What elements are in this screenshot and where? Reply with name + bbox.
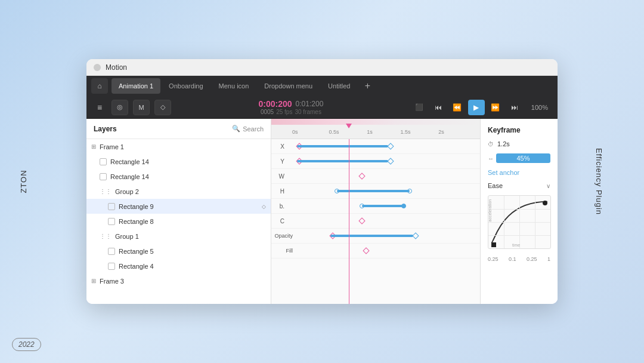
keyframe-diamond-end[interactable] bbox=[413, 232, 419, 239]
add-tab-button[interactable]: + bbox=[361, 79, 374, 93]
keyframe-diamond[interactable] bbox=[359, 173, 366, 179]
layer-rect8[interactable]: Rectangle 8 bbox=[86, 214, 271, 229]
timecode-sub: 0005 bbox=[261, 109, 274, 115]
track-w: W bbox=[271, 169, 480, 184]
set-anchor-link[interactable]: Set anchor bbox=[488, 169, 550, 176]
track-label-w: W bbox=[271, 173, 289, 180]
side-text-right: Efficiency Plugin bbox=[594, 148, 603, 215]
track-content-x[interactable] bbox=[289, 139, 480, 153]
track-content-c[interactable] bbox=[289, 214, 480, 228]
skip-back-button[interactable]: ⏮ bbox=[430, 100, 447, 115]
side-text-left: ZTON bbox=[19, 170, 28, 193]
step-fwd-button[interactable]: ⏩ bbox=[487, 100, 504, 115]
layer-rect5[interactable]: Rectangle 5 bbox=[86, 244, 271, 259]
track-content-w[interactable] bbox=[289, 169, 480, 183]
layer-checkbox[interactable] bbox=[108, 218, 115, 225]
layer-rect14-2[interactable]: Rectangle 14 bbox=[86, 169, 271, 184]
track-bar-y bbox=[297, 160, 389, 162]
keyframe-dot-end[interactable] bbox=[407, 189, 412, 193]
ease-control-point-end[interactable] bbox=[543, 201, 547, 205]
track-label-c: C bbox=[271, 218, 289, 224]
track-label-x: X bbox=[271, 143, 289, 150]
frame-icon: ⊞ bbox=[91, 143, 96, 150]
ease-axis-label: acceleration bbox=[488, 199, 492, 222]
layer-group2[interactable]: ⋮⋮ Group 2 bbox=[86, 184, 271, 199]
track-y: Y bbox=[271, 154, 480, 169]
timeline-area: 0s 0.5s 1s 1.5s 2s X bbox=[271, 119, 480, 304]
keyframe-diamond[interactable] bbox=[359, 217, 366, 224]
menu-icon[interactable]: ≡ bbox=[92, 103, 107, 112]
layer-rect9[interactable]: Rectangle 9 ◇ bbox=[86, 199, 271, 214]
playhead-line bbox=[349, 139, 349, 304]
keyframe-panel: Keyframe ⏱ 1.2s ↔ Set anchor Ease ∨ bbox=[480, 119, 558, 304]
tab-onboarding[interactable]: Onboarding bbox=[162, 78, 210, 94]
search-button[interactable]: 🔍 Search bbox=[232, 125, 264, 133]
keyframe-diamond-end[interactable] bbox=[388, 158, 394, 164]
track-label-y: Y bbox=[271, 158, 289, 165]
layer-checkbox[interactable] bbox=[108, 263, 115, 270]
layer-name: Frame 3 bbox=[100, 278, 266, 285]
timeline-tracks: X Y bbox=[271, 139, 480, 304]
app-window: Motion ⌂ Animation 1 Onboarding Menu ico… bbox=[86, 59, 558, 304]
play-button[interactable]: ▶ bbox=[468, 100, 485, 115]
keyframe-diamond[interactable] bbox=[363, 247, 369, 254]
track-bar-opacity bbox=[330, 235, 414, 237]
diamond-tool-button[interactable]: ◇ bbox=[154, 100, 171, 115]
transport-controls: ⬛ ⏮ ⏪ ▶ ⏩ ⏭ bbox=[411, 100, 523, 115]
track-content-h[interactable] bbox=[289, 184, 480, 198]
fps-label: 25 fps bbox=[276, 109, 292, 115]
ease-val-1: 0.1 bbox=[509, 256, 516, 262]
track-fill: Fill bbox=[271, 244, 480, 259]
keyframe-value-row: ↔ bbox=[488, 153, 550, 163]
keyframe-panel-title: Keyframe bbox=[488, 126, 550, 134]
ease-control-point-start[interactable] bbox=[491, 242, 496, 247]
track-content-opacity[interactable] bbox=[295, 229, 480, 243]
layer-rect14-1[interactable]: Rectangle 14 bbox=[86, 154, 271, 169]
layer-rect4[interactable]: Rectangle 4 bbox=[86, 259, 271, 273]
layers-title: Layers bbox=[94, 125, 117, 133]
layer-frame3[interactable]: ⊞ Frame 3 bbox=[86, 273, 271, 288]
layers-panel: Layers 🔍 Search ⊞ Frame 1 Rectangle 14 R… bbox=[86, 119, 271, 304]
window-title: Motion bbox=[106, 63, 550, 72]
track-content-b[interactable] bbox=[289, 199, 480, 213]
zoom-display[interactable]: 100% bbox=[528, 104, 552, 111]
m-tool-button[interactable]: M bbox=[133, 100, 150, 115]
keyframe-diamond-end[interactable] bbox=[388, 143, 394, 149]
frame-button[interactable]: ⬛ bbox=[411, 100, 428, 115]
layer-name: Rectangle 14 bbox=[110, 158, 266, 165]
keyframe-dot-end[interactable] bbox=[401, 204, 406, 208]
ease-val-0: 0.25 bbox=[488, 256, 499, 262]
home-tab[interactable]: ⌂ bbox=[91, 78, 108, 94]
track-x: X bbox=[271, 139, 480, 154]
timeline-ruler[interactable]: 0s 0.5s 1s 1.5s 2s bbox=[271, 119, 480, 139]
layer-group1[interactable]: ⋮⋮ Group 1 bbox=[86, 229, 271, 244]
layer-frame1[interactable]: ⊞ Frame 1 bbox=[86, 139, 271, 154]
ruler-mark-2: 1s bbox=[352, 129, 388, 135]
track-content-y[interactable] bbox=[289, 154, 480, 168]
ruler-mark-3: 1.5s bbox=[388, 129, 423, 135]
keyframe-time-row: ⏱ 1.2s bbox=[488, 140, 550, 147]
skip-fwd-button[interactable]: ⏭ bbox=[506, 100, 523, 115]
track-bar-b bbox=[362, 205, 404, 207]
group-icon: ⋮⋮ bbox=[100, 188, 112, 195]
step-back-button[interactable]: ⏪ bbox=[449, 100, 466, 115]
close-button[interactable] bbox=[94, 64, 101, 71]
ruler-mark-4: 2s bbox=[423, 129, 459, 135]
ruler-mark-1: 0.5s bbox=[316, 129, 352, 135]
layer-checkbox[interactable] bbox=[100, 158, 107, 165]
tab-menuicon[interactable]: Menu icon bbox=[212, 78, 256, 94]
layer-name: Group 1 bbox=[115, 233, 266, 240]
tab-dropdownmenu[interactable]: Dropdown menu bbox=[257, 78, 320, 94]
ease-values-row: 0.25 0.1 0.25 1 bbox=[488, 256, 550, 262]
tab-untitled[interactable]: Untitled bbox=[321, 78, 357, 94]
circle-tool-button[interactable]: ◎ bbox=[112, 100, 128, 115]
chevron-down-icon[interactable]: ∨ bbox=[546, 183, 550, 189]
timecode-current: 0:00:200 bbox=[259, 99, 292, 109]
layer-checkbox[interactable] bbox=[108, 203, 115, 210]
layer-checkbox[interactable] bbox=[108, 248, 115, 255]
layer-name: Frame 1 bbox=[100, 143, 266, 150]
tab-animation1[interactable]: Animation 1 bbox=[112, 78, 160, 94]
keyframe-value-input[interactable] bbox=[496, 153, 550, 163]
layer-checkbox[interactable] bbox=[100, 173, 107, 180]
track-content-fill[interactable] bbox=[295, 244, 480, 258]
